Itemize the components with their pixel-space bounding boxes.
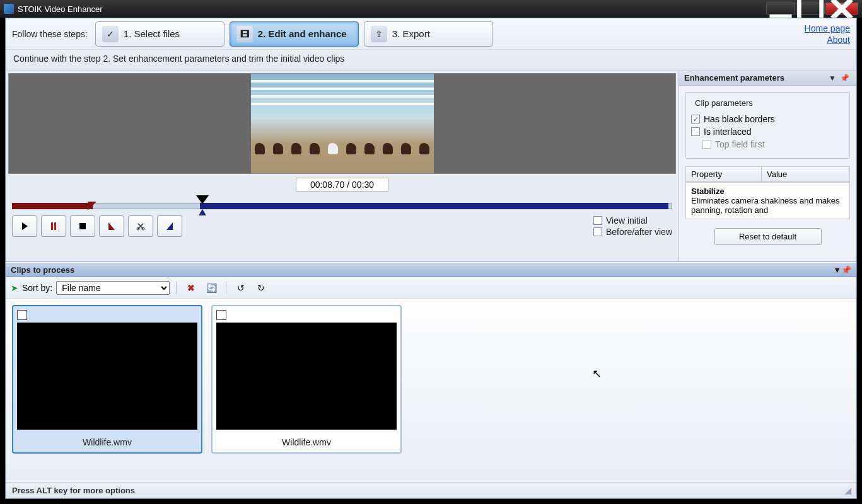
- stop-button[interactable]: [70, 215, 95, 237]
- pause-button[interactable]: [41, 215, 66, 237]
- mouse-cursor-icon: ↖: [592, 367, 602, 381]
- rotate-left-button[interactable]: ↺: [233, 280, 249, 295]
- playhead[interactable]: [196, 195, 209, 204]
- export-icon: ⇪: [371, 26, 387, 42]
- clip-item[interactable]: Wildlife.wmv: [211, 305, 402, 454]
- svg-rect-1: [799, 0, 821, 20]
- checkbox-icon: [691, 127, 700, 136]
- mark-out-button[interactable]: [157, 215, 182, 237]
- svg-rect-2: [51, 222, 53, 230]
- clip-item[interactable]: Wildlife.wmv: [12, 305, 202, 454]
- clip-filename: Wildlife.wmv: [13, 433, 201, 452]
- clip-checkbox[interactable]: [17, 310, 27, 320]
- step-select-files[interactable]: ✓ 1. Select files: [95, 21, 224, 47]
- clips-toolbar: ➤ Sort by: File name ✖ 🔄 ↺ ↻: [6, 277, 856, 299]
- enhancement-panel-header[interactable]: Enhancement parameters ▼ 📌: [679, 71, 856, 86]
- step-edit-enhance[interactable]: 🎞 2. Edit and enhance: [230, 21, 359, 47]
- step-bar: Follow these steps: ✓ 1. Select files 🎞 …: [6, 18, 856, 50]
- timecode-display: 00:08.70 / 00:30: [296, 178, 388, 192]
- close-button[interactable]: [825, 3, 858, 15]
- svg-rect-4: [79, 223, 86, 229]
- arrow-right-icon: ➤: [11, 283, 18, 293]
- step-export[interactable]: ⇪ 3. Export: [364, 21, 493, 47]
- property-description: Stabilize Eliminates camera shakiness an…: [686, 182, 849, 219]
- delete-x-icon: ✖: [187, 283, 195, 293]
- checkbox-icon: ✓: [691, 115, 700, 123]
- pin-icon[interactable]: 📌: [841, 265, 851, 275]
- before-after-checkbox[interactable]: Before/after view: [593, 227, 672, 237]
- clip-thumbnail: [216, 323, 397, 430]
- clips-area: Wildlife.wmv Wildlife.wmv ↖: [6, 299, 856, 482]
- clip-checkbox[interactable]: [216, 310, 226, 320]
- film-wand-icon: 🎞: [236, 26, 253, 42]
- chevron-down-icon[interactable]: ▼: [827, 74, 838, 83]
- clip-filename: Wildlife.wmv: [213, 433, 400, 452]
- resize-grip-icon[interactable]: ◢: [845, 486, 850, 495]
- about-link[interactable]: About: [827, 35, 850, 45]
- instruction-text: Continue with the step 2. Set enhancemen…: [6, 50, 856, 71]
- step-label: 3. Export: [392, 28, 430, 39]
- maximize-button[interactable]: [796, 3, 825, 15]
- checkbox-icon: [593, 227, 602, 236]
- clip-thumbnail: [17, 323, 197, 430]
- reset-to-default-button[interactable]: Reset to default: [714, 228, 822, 245]
- property-column-header[interactable]: Property: [686, 167, 762, 181]
- step-label: 1. Select files: [124, 28, 180, 39]
- sort-by-select[interactable]: File name: [56, 281, 170, 295]
- folder-check-icon: ✓: [102, 26, 119, 42]
- step-label: 2. Edit and enhance: [258, 28, 347, 39]
- clip-parameters-group: Clip parameters ✓ Has black borders Is i…: [685, 92, 850, 159]
- rotate-left-icon: ↺: [237, 283, 245, 293]
- svg-rect-3: [54, 222, 56, 230]
- checkbox-icon: [702, 140, 711, 149]
- mark-in-button[interactable]: [99, 215, 124, 237]
- play-button[interactable]: [12, 215, 37, 237]
- rotate-right-button[interactable]: ↻: [253, 280, 269, 295]
- refresh-icon: 🔄: [206, 283, 217, 293]
- sort-by-label: Sort by:: [22, 283, 52, 293]
- top-field-first-checkbox: Top field first: [702, 139, 844, 149]
- has-black-borders-checkbox[interactable]: ✓ Has black borders: [691, 114, 844, 124]
- home-page-link[interactable]: Home page: [805, 23, 850, 33]
- chevron-down-icon[interactable]: ▼: [833, 265, 841, 275]
- status-text: Press ALT key for more options: [12, 486, 135, 495]
- rotate-right-icon: ↻: [257, 283, 265, 293]
- is-interlaced-checkbox[interactable]: Is interlaced: [691, 127, 844, 137]
- cut-button[interactable]: [128, 215, 153, 237]
- delete-clip-button[interactable]: ✖: [183, 280, 199, 295]
- window-title: STOIK Video Enhancer: [18, 4, 103, 14]
- titlebar: STOIK Video Enhancer: [0, 0, 862, 18]
- minimize-button[interactable]: [766, 3, 795, 15]
- preview-frame: [251, 74, 434, 173]
- trim-in-marker[interactable]: [88, 202, 96, 210]
- timeline[interactable]: [12, 194, 672, 212]
- pin-icon[interactable]: 📌: [838, 74, 851, 83]
- status-bar: Press ALT key for more options ◢: [6, 482, 856, 498]
- property-table: Property Value Stabilize Eliminates came…: [685, 166, 850, 219]
- checkbox-icon: [593, 216, 602, 225]
- video-preview: [8, 73, 676, 174]
- clips-panel-header[interactable]: Clips to process ▼ 📌: [6, 262, 856, 277]
- view-initial-checkbox[interactable]: View initial: [593, 215, 672, 226]
- refresh-button[interactable]: 🔄: [203, 280, 219, 295]
- value-column-header[interactable]: Value: [762, 167, 792, 181]
- app-icon: [4, 4, 14, 14]
- follow-steps-label: Follow these steps:: [12, 29, 88, 39]
